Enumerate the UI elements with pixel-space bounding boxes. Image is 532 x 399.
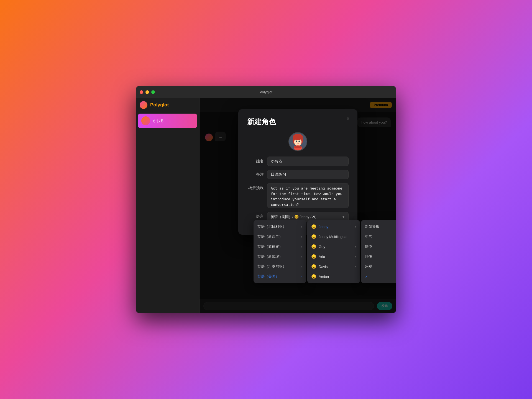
mood-optimistic-label: 乐观 (365, 264, 372, 269)
voice-item-jenny[interactable]: 😊 Jenny › (307, 222, 360, 232)
name-row: 姓名 (247, 157, 349, 166)
sidebar-logo: Polyglot (150, 102, 169, 108)
name-input[interactable] (267, 157, 349, 166)
mood-item-cheerful[interactable]: 愉悦 (361, 242, 396, 252)
chevron-down-icon: ▼ (342, 215, 345, 219)
guy-arrow: › (355, 245, 356, 248)
mood-sad-label: 悲伤 (365, 254, 372, 259)
voice-amber-label: 😊 Amber (311, 274, 329, 279)
voice-aria-label: 😊 Aria (311, 254, 325, 259)
mood-dropdown: 新闻播报 生气 愉悦 悲伤 乐观 (361, 220, 396, 283)
modal-avatar[interactable] (288, 132, 307, 151)
chevron-right-icon-6: › (301, 275, 302, 278)
lang-item-nz[interactable]: 英语（新西兰） › (254, 232, 306, 242)
guy-emoji: 😊 (311, 244, 316, 249)
svg-point-4 (296, 140, 297, 142)
note-input[interactable] (267, 170, 349, 179)
davis-text: Davis (319, 265, 328, 269)
language-select-value: 英语（美国）/ 😊 Jenny / 友 (271, 214, 316, 219)
main-chat: Premium how about you? ... 发送 新建角色 × (200, 98, 396, 313)
minimize-button[interactable] (145, 90, 149, 94)
lang-ph-label: 英语（菲律宾） (257, 244, 283, 249)
app-window: Polyglot Polyglot かおる Premium how about … (136, 86, 396, 313)
modal-overlay: 新建角色 × (200, 98, 396, 313)
language-label: 语言 (247, 212, 264, 219)
lang-item-us[interactable]: 英语（美国） › (254, 272, 306, 282)
voice-item-guy[interactable]: 😊 Guy › (307, 242, 360, 252)
amber-emoji: 😊 (311, 274, 316, 279)
chevron-right-icon: › (301, 225, 302, 228)
chevron-right-icon-2: › (301, 235, 302, 238)
lang-item-tz[interactable]: 英语（坦桑尼亚） › (254, 262, 306, 272)
modal-close-button[interactable]: × (344, 115, 352, 122)
chevron-right-icon-4: › (301, 255, 302, 258)
svg-point-6 (294, 145, 302, 150)
modal-avatar-section (247, 132, 349, 151)
mood-item-sad[interactable]: 悲伤 (361, 252, 396, 262)
aria-text: Aria (319, 255, 325, 259)
sidebar: Polyglot かおる (136, 98, 200, 313)
sidebar-header: Polyglot (136, 98, 199, 112)
lang-nz-label: 英语（新西兰） (257, 234, 283, 239)
svg-point-5 (298, 140, 300, 142)
app-content: Polyglot かおる Premium how about you? ... (136, 98, 396, 313)
voice-guy-label: 😊 Guy (311, 244, 325, 249)
chevron-right-icon-5: › (301, 265, 302, 268)
voice-item-amber[interactable]: 😊 Amber (307, 272, 360, 282)
window-title: Polyglot (260, 90, 272, 94)
jenny-emoji: 😊 (311, 224, 316, 229)
language-dropdown: 英语（尼日利亚） › 英语（新西兰） › 英语（菲律宾） › 英语（新加坡） (254, 220, 306, 283)
sidebar-user-avatar (140, 101, 147, 109)
chevron-right-icon-3: › (301, 245, 302, 248)
sidebar-item-active[interactable]: かおる (138, 114, 197, 128)
checkmark-icon: ✓ (365, 275, 368, 279)
aria-arrow: › (355, 255, 356, 258)
modal-title: 新建角色 (247, 117, 349, 127)
scenario-label: 场景预设 (247, 183, 264, 190)
mood-item-news[interactable]: 新闻播报 (361, 222, 396, 232)
scenario-row: 场景预设 Act as if you are meeting someone f… (247, 183, 349, 208)
note-label: 备注 (247, 170, 264, 177)
lang-item-sg[interactable]: 英语（新加坡） › (254, 252, 306, 262)
titlebar: Polyglot (136, 86, 396, 98)
voice-jenny-label: 😊 Jenny (311, 224, 328, 229)
lang-sg-label: 英语（新加坡） (257, 254, 283, 259)
amber-text: Amber (319, 275, 329, 279)
guy-text: Guy (319, 245, 325, 249)
mood-item-optimistic[interactable]: 乐观 (361, 262, 396, 272)
mood-item-angry[interactable]: 生气 (361, 232, 396, 242)
aria-emoji: 😊 (311, 254, 316, 259)
davis-arrow: › (355, 265, 356, 268)
voice-item-jenny-multi[interactable]: 😊 Jenny Multilingual (307, 232, 360, 242)
svg-rect-7 (294, 146, 301, 148)
voice-jenny-multi-label: 😊 Jenny Multilingual (311, 234, 347, 239)
maximize-button[interactable] (151, 90, 155, 94)
voice-dropdown: 😊 Jenny › 😊 Jenny Multilingual (307, 220, 360, 283)
mood-news-label: 新闻播报 (365, 224, 379, 229)
mood-cheerful-label: 愉悦 (365, 244, 372, 249)
jenny-multi-emoji: 😊 (311, 234, 316, 239)
jenny-arrow: › (355, 225, 356, 228)
scenario-textarea[interactable]: Act as if you are meeting someone for th… (267, 183, 349, 208)
davis-emoji: 😊 (311, 264, 316, 269)
voice-item-aria[interactable]: 😊 Aria › (307, 252, 360, 262)
svg-point-3 (293, 134, 303, 140)
dropdown-container: 英语（尼日利亚） › 英语（新西兰） › 英语（菲律宾） › 英语（新加坡） (254, 220, 396, 283)
close-button[interactable] (140, 90, 143, 94)
jenny-multi-text: Jenny Multilingual (319, 235, 347, 239)
lang-item-ph[interactable]: 英语（菲律宾） › (254, 242, 306, 252)
mood-item-friendly[interactable]: ✓ 友好 (361, 272, 396, 282)
name-label: 姓名 (247, 157, 264, 164)
new-character-modal: 新建角色 × (238, 109, 357, 235)
sidebar-active-avatar (141, 116, 150, 125)
voice-item-davis[interactable]: 😊 Davis › (307, 262, 360, 272)
window-controls (140, 90, 155, 94)
lang-item-nigeria[interactable]: 英语（尼日利亚） › (254, 222, 306, 232)
note-row: 备注 (247, 170, 349, 179)
jenny-text: Jenny (319, 225, 328, 229)
mood-angry-label: 生气 (365, 234, 372, 239)
lang-us-label: 英语（美国） (257, 274, 279, 279)
sidebar-active-label: かおる (153, 118, 164, 123)
voice-davis-label: 😊 Davis (311, 264, 328, 269)
lang-tz-label: 英语（坦桑尼亚） (257, 264, 286, 269)
